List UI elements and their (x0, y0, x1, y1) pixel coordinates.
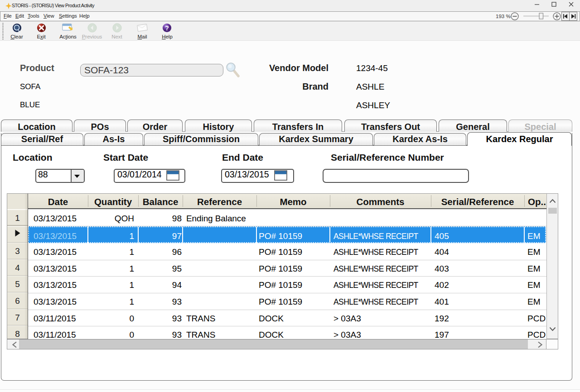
svg-text:?: ? (165, 24, 169, 32)
